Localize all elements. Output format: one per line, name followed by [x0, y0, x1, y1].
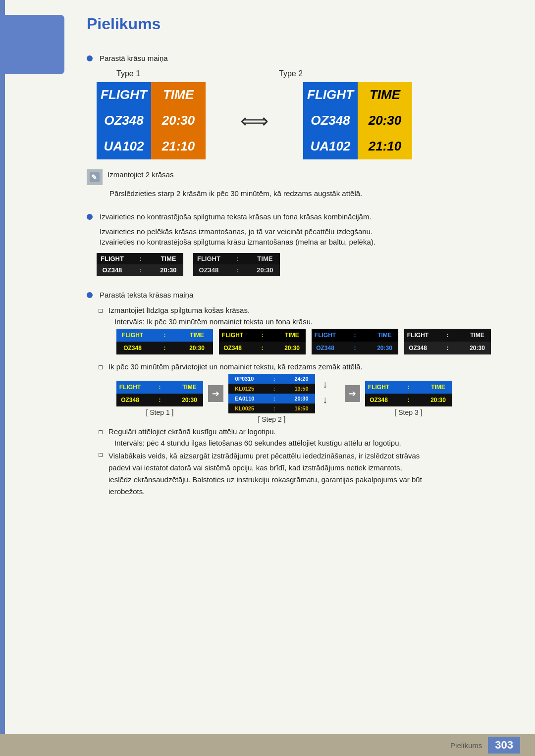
- note-row: ✎ Izmantojiet 2 krāsas: [87, 169, 505, 185]
- step1-table: FLIGHT : TIME OZ348 : 20:30: [116, 381, 203, 406]
- cv2-oz348: OZ348: [219, 342, 246, 354]
- step3-oz348: OZ348: [365, 394, 392, 406]
- step2-f1: 0P0310: [228, 374, 261, 384]
- sub-bullet-4: Vislabākais veids, kā aizsargāt izstrādā…: [99, 450, 505, 498]
- cv3-flight: FLIGHT: [312, 329, 339, 342]
- footer-number: 303: [488, 737, 520, 754]
- interval-text-1: Intervāls: Ik pēc 30 minūtēm nomainiet t…: [114, 317, 505, 326]
- step3-sep2: :: [392, 394, 425, 406]
- cv3-2030: 20:30: [371, 342, 398, 354]
- section-color-change: Parastā krāsu maiņa Type 1 Type 2 FLIGHT…: [87, 53, 505, 198]
- cv4-sep1: :: [431, 329, 464, 342]
- mini-ft-1: FLIGHT : TIME OZ348 : 20:30: [97, 253, 183, 276]
- bullet-item-3: Parastā teksta krāsas maiņa: [87, 290, 505, 301]
- step1-time: TIME: [176, 381, 203, 394]
- sub-bullet-square-3: [99, 430, 103, 434]
- step1-label: [ Step 1 ]: [146, 408, 173, 416]
- t1-2030: 20:30: [151, 108, 206, 134]
- cv2-time: TIME: [278, 329, 306, 342]
- cv3-sep2: :: [339, 342, 371, 354]
- step3-label: [ Step 3 ]: [394, 408, 422, 416]
- t1-flight-label: FLIGHT: [97, 82, 151, 108]
- type1-label: Type 1: [116, 69, 140, 78]
- cv1-sep2: :: [149, 342, 181, 354]
- step2-f4: KL0025: [228, 403, 261, 413]
- t2-time-label: TIME: [358, 82, 412, 108]
- sidebar-tab: [0, 15, 64, 74]
- cv2-flight: FLIGHT: [219, 329, 246, 342]
- page-title: Pielikums: [87, 15, 505, 33]
- t2-2110: 21:10: [358, 134, 412, 159]
- step2-block: 0P0310 : 24:20 KL0125 : 13:50 EA0110 : 2…: [228, 374, 315, 423]
- flight-table-type2: FLIGHT TIME OZ348 20:30 UA102 21:10: [303, 82, 412, 159]
- step2-t2: 13:50: [288, 384, 315, 394]
- cv-table-2: FLIGHT : TIME OZ348 : 20:30: [219, 329, 306, 354]
- color-variants: FLIGHT : TIME OZ348 : 20:30 FLIGHT : TIM…: [116, 329, 505, 354]
- step2-t4: 16:50: [288, 403, 315, 413]
- step1-flight: FLIGHT: [116, 381, 144, 394]
- step3-flight: FLIGHT: [365, 381, 392, 394]
- cv4-oz348: OZ348: [404, 342, 431, 354]
- double-arrow-icon: ⟺: [240, 109, 268, 132]
- footer-label: Pielikums: [450, 741, 482, 750]
- sub-bullet-3: Regulāri attēlojiet ekrānā kustīgu attēl…: [99, 427, 505, 436]
- step2-table: 0P0310 : 24:20 KL0125 : 13:50 EA0110 : 2…: [228, 374, 315, 413]
- step2-sep4: :: [261, 403, 288, 413]
- sidebar-blue-bar: [0, 0, 5, 756]
- sub-bullet-text-2: Ik pēc 30 minūtēm pārvietojiet un nomain…: [108, 362, 363, 371]
- bullet-text-1: Parastā krāsu maiņa: [100, 53, 168, 64]
- sub-bullet-text-4: Vislabākais veids, kā aizsargāt izstrādā…: [108, 450, 422, 498]
- cv2-sep1: :: [246, 329, 278, 342]
- main-content: Pielikums Parastā krāsu maiņa Type 1 Typ…: [77, 0, 535, 541]
- step1-block: FLIGHT : TIME OZ348 : 20:30 [ Step 1 ]: [116, 381, 203, 416]
- bullet-item-avoid1: Izvairieties no kontrastējoša spilgtuma …: [87, 211, 505, 223]
- bullet-dot-3: [87, 292, 93, 298]
- cv1-oz348: OZ348: [116, 342, 149, 354]
- step1-sep2: :: [144, 394, 176, 406]
- note-desc: Pārslēdzieties starp 2 krāsām ik pēc 30 …: [109, 189, 505, 198]
- t2-flight-label: FLIGHT: [303, 82, 358, 108]
- t1-oz348: OZ348: [97, 108, 151, 134]
- sub-bullet-text-1: Izmantojiet līdzīga spilgtuma košas krās…: [108, 306, 250, 314]
- note-icon: ✎: [87, 169, 103, 185]
- note-text: Izmantojiet 2 krāsas: [107, 169, 173, 181]
- step-arrow-2: ➔: [345, 385, 360, 402]
- step2-f2: KL0125: [228, 384, 261, 394]
- cv4-time: TIME: [464, 329, 491, 342]
- step2-t1: 24:20: [288, 374, 315, 384]
- cv4-2030: 20:30: [464, 342, 491, 354]
- bullet-item-1: Parastā krāsu maiņa: [87, 53, 505, 64]
- t2-2030: 20:30: [358, 108, 412, 134]
- svg-text:✎: ✎: [91, 173, 97, 181]
- step-arrow-1: ➔: [208, 385, 223, 402]
- flight-displays: FLIGHT TIME OZ348 20:30 UA102 21:10 ⟺ FL…: [97, 82, 505, 159]
- mini-ft-2: FLIGHT : TIME OZ348 : 20:30: [193, 253, 280, 276]
- black-displays: FLIGHT : TIME OZ348 : 20:30 FLIGHT : TIM…: [97, 253, 505, 276]
- bullet-dot-avoid1: [87, 214, 93, 220]
- step2-label: [ Step 2 ]: [258, 415, 285, 423]
- t1-time-label: TIME: [151, 82, 206, 108]
- cv3-oz348: OZ348: [312, 342, 339, 354]
- cv2-sep2: :: [246, 342, 278, 354]
- cv4-sep2: :: [431, 342, 464, 354]
- sub-bullet-square-4: [99, 453, 103, 457]
- type2-label: Type 2: [279, 69, 303, 78]
- sub-bullet-text-3: Regulāri attēlojiet ekrānā kustīgu attēl…: [108, 427, 276, 436]
- cv-table-4: FLIGHT : TIME OZ348 : 20:30: [404, 329, 491, 354]
- down-arrow-1: ↓: [322, 379, 327, 390]
- step3-sep1: :: [392, 381, 425, 394]
- avoid-text-1: Izvairieties no kontrastējoša spilgtuma …: [100, 211, 372, 223]
- step2-sep3: :: [261, 394, 288, 403]
- cv4-flight: FLIGHT: [404, 329, 431, 342]
- section-text-color: Parastā teksta krāsas maiņa Izmantojiet …: [87, 290, 505, 498]
- cv1-sep1: :: [149, 329, 181, 342]
- sub-bullet-1: Izmantojiet līdzīga spilgtuma košas krās…: [99, 306, 505, 314]
- t1-ua102: UA102: [97, 134, 151, 159]
- section-avoid: Izvairieties no kontrastējoša spilgtuma …: [87, 211, 505, 276]
- step2-sep2: :: [261, 384, 288, 394]
- bullet-text-3: Parastā teksta krāsas maiņa: [100, 290, 193, 301]
- interval-text-2: Intervāls: pēc 4 stundu ilgas lietošanas…: [114, 439, 505, 447]
- flight-table-type1: FLIGHT TIME OZ348 20:30 UA102 21:10: [97, 82, 206, 159]
- cv1-2030: 20:30: [181, 342, 213, 354]
- step1-2030: 20:30: [176, 394, 203, 406]
